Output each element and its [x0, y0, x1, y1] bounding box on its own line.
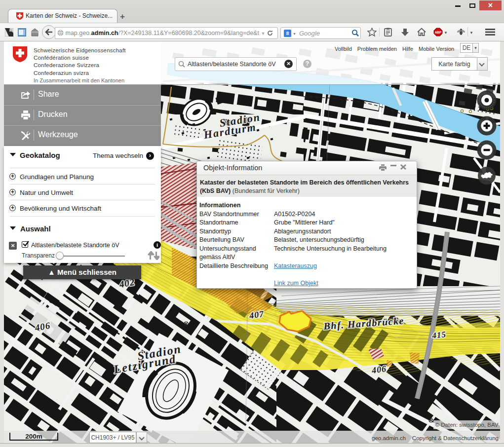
svg-text:415: 415: [431, 330, 446, 340]
svg-text:ABP: ABP: [435, 31, 442, 34]
svg-text:407: 407: [248, 309, 265, 321]
svg-text:406: 406: [371, 364, 387, 375]
